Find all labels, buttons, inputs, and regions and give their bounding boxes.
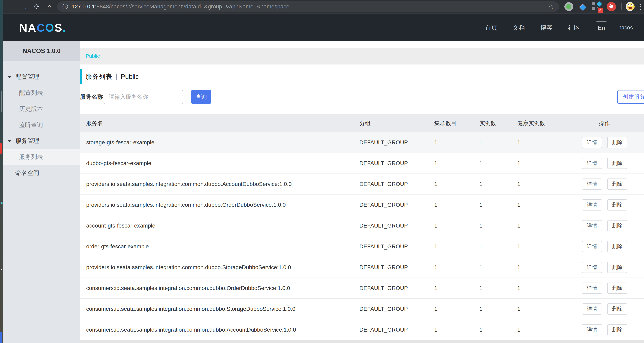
- actions-cell: 详情删除: [565, 257, 644, 277]
- sidebar-item-监听查询[interactable]: 监听查询: [3, 117, 80, 133]
- service-name-cell: providers:io.seata.samples.integration.c…: [80, 174, 354, 194]
- bookmark-star-icon[interactable]: ☆: [548, 3, 554, 11]
- sidebar-item-配置管理[interactable]: 配置管理: [3, 69, 80, 85]
- table-header-row: 服务名 分组 集群数目 实例数 健康实例数 操作: [80, 115, 644, 132]
- nacos-logo[interactable]: NACOS.: [19, 21, 66, 34]
- col-header-service-name: 服务名: [80, 115, 354, 132]
- nacos-header: NACOS. 首页 文档 博客 社区 En nacos: [3, 15, 644, 41]
- delete-button[interactable]: 删除: [607, 241, 627, 252]
- actions-cell: 详情删除: [565, 194, 644, 215]
- service-name-cell: consumers:io.seata.samples.integration.c…: [80, 278, 354, 298]
- healthy-count-cell: 1: [511, 236, 565, 257]
- service-name-cell: consumers:io.seata.samples.integration.c…: [80, 298, 354, 319]
- group-cell: DEFAULT_GROUP: [354, 236, 428, 257]
- reload-icon[interactable]: ⟳: [31, 3, 43, 11]
- sidebar-item-服务管理[interactable]: 服务管理: [3, 133, 80, 149]
- detail-button[interactable]: 详情: [582, 178, 602, 190]
- healthy-count-cell: 1: [511, 319, 565, 340]
- grid-square: [592, 2, 596, 6]
- language-toggle-button[interactable]: En: [596, 22, 607, 34]
- sidebar-item-历史版本[interactable]: 历史版本: [3, 101, 80, 117]
- delete-button[interactable]: 删除: [607, 303, 627, 314]
- create-service-button[interactable]: 创建服务: [617, 90, 644, 104]
- delete-button[interactable]: 删除: [607, 199, 627, 210]
- browser-menu-icon[interactable]: ⋮: [637, 3, 644, 11]
- delete-button[interactable]: 删除: [607, 137, 627, 148]
- extension-plug-icon[interactable]: [607, 2, 616, 11]
- cluster-count-cell: 1: [428, 215, 474, 236]
- nav-community[interactable]: 社区: [568, 24, 580, 32]
- extension-green-icon[interactable]: [564, 2, 573, 11]
- nav-blog[interactable]: 博客: [540, 24, 552, 32]
- detail-button[interactable]: 详情: [582, 137, 602, 148]
- healthy-count-cell: 1: [511, 257, 565, 277]
- sidebar-item-命名空间[interactable]: 命名空间: [3, 165, 80, 181]
- service-name-cell: order-gts-fescar-example: [80, 236, 354, 257]
- delete-button[interactable]: 删除: [607, 262, 627, 273]
- actions-cell: 详情删除: [565, 278, 644, 298]
- detail-button[interactable]: 详情: [582, 158, 602, 169]
- sidebar-item-服务列表[interactable]: 服务列表: [3, 149, 80, 165]
- delete-button[interactable]: 删除: [607, 282, 627, 294]
- chevron-down-icon: [7, 140, 12, 142]
- detail-button[interactable]: 详情: [582, 262, 602, 273]
- service-name-cell: storage-gts-fescar-example: [80, 132, 354, 153]
- logged-in-user[interactable]: nacos: [618, 25, 633, 31]
- actions-cell: 详情删除: [565, 132, 644, 153]
- address-bar[interactable]: ⓘ 127.0.0.1:8848/nacos/#/serviceManageme…: [57, 2, 559, 12]
- actions-cell: 详情删除: [565, 153, 644, 173]
- page-title: 服务列表 | Public: [80, 69, 139, 84]
- dock-item-blue: [0, 332, 2, 343]
- group-cell: DEFAULT_GROUP: [354, 298, 428, 319]
- actions-cell: 详情删除: [565, 174, 644, 194]
- table-row: storage-gts-fescar-exampleDEFAULT_GROUP1…: [80, 132, 644, 153]
- table-row: providers:io.seata.samples.integration.c…: [80, 174, 644, 194]
- cluster-count-cell: 1: [428, 153, 474, 173]
- service-name-label: 服务名称: [80, 93, 103, 101]
- detail-button[interactable]: 详情: [582, 220, 602, 231]
- breadcrumb: Public: [80, 48, 644, 65]
- actions-cell: 详情删除: [565, 319, 644, 340]
- page-info-icon[interactable]: ⓘ: [62, 3, 68, 11]
- nav-home[interactable]: 首页: [485, 24, 497, 32]
- nav-docs[interactable]: 文档: [513, 24, 525, 32]
- cluster-count-cell: 1: [428, 194, 474, 215]
- detail-button[interactable]: 详情: [582, 241, 602, 252]
- home-icon[interactable]: ⌂: [43, 3, 56, 11]
- cluster-count-cell: 1: [428, 257, 474, 277]
- query-button[interactable]: 查询: [191, 90, 211, 104]
- detail-button[interactable]: 详情: [582, 303, 602, 314]
- table-row: consumers:io.seata.samples.integration.c…: [80, 319, 644, 340]
- group-cell: DEFAULT_GROUP: [354, 319, 428, 340]
- group-cell: DEFAULT_GROUP: [354, 194, 428, 215]
- extensions-grid-icon[interactable]: 4: [592, 2, 601, 11]
- instance-count-cell: 1: [474, 278, 511, 298]
- delete-button[interactable]: 删除: [607, 220, 627, 231]
- extension-green-core: [566, 4, 572, 9]
- extension-gem-icon[interactable]: ◆: [578, 2, 587, 11]
- instance-count-cell: 1: [474, 194, 511, 215]
- sidebar-item-label: 服务管理: [16, 137, 40, 145]
- group-cell: DEFAULT_GROUP: [354, 215, 428, 236]
- detail-button[interactable]: 详情: [582, 282, 602, 294]
- sidebar-item-配置列表[interactable]: 配置列表: [3, 85, 80, 101]
- actions-cell: 详情删除: [565, 236, 644, 257]
- delete-button[interactable]: 删除: [607, 324, 627, 335]
- service-name-input[interactable]: [104, 90, 183, 104]
- group-cell: DEFAULT_GROUP: [354, 153, 428, 173]
- sidebar-version-title: NACOS 1.0.0: [3, 41, 80, 61]
- table-row: dubbo-gts-fescar-exampleDEFAULT_GROUP111…: [80, 153, 644, 174]
- forward-icon[interactable]: →: [18, 3, 31, 11]
- instance-count-cell: 1: [474, 153, 511, 173]
- back-icon[interactable]: ←: [6, 3, 18, 11]
- page-bottom-strip: [80, 340, 644, 343]
- group-cell: DEFAULT_GROUP: [354, 278, 428, 298]
- breadcrumb-namespace[interactable]: Public: [86, 53, 100, 59]
- detail-button[interactable]: 详情: [582, 324, 602, 335]
- dock-item: [0, 91, 2, 112]
- detail-button[interactable]: 详情: [582, 199, 602, 210]
- delete-button[interactable]: 删除: [607, 158, 627, 169]
- delete-button[interactable]: 删除: [607, 178, 627, 190]
- sidebar-item-label: 历史版本: [19, 105, 43, 113]
- browser-profile-avatar[interactable]: [626, 2, 634, 12]
